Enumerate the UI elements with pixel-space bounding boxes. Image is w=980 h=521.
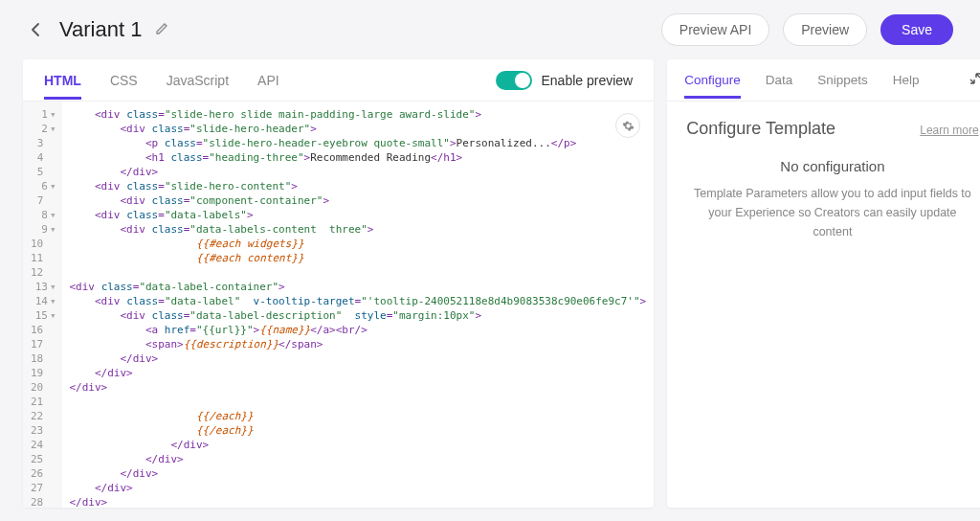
code-line[interactable]: <div class="data-labels"> [70, 208, 647, 222]
code-line[interactable]: <div class="slide-hero-header"> [70, 122, 647, 136]
code-line[interactable]: <div class="component-container"> [70, 193, 647, 208]
tab-snippets[interactable]: Snippets [817, 61, 868, 99]
tab-configure[interactable]: Configure [684, 61, 741, 99]
gutter-line: 25 [31, 452, 56, 466]
tab-css[interactable]: CSS [110, 61, 138, 100]
gutter-line: 16 [31, 323, 56, 337]
code-line[interactable]: {{/each}} [70, 423, 647, 438]
preview-api-button[interactable]: Preview API [661, 13, 769, 46]
code-line[interactable]: </div> [70, 452, 647, 466]
code-line[interactable]: <div class="slide-hero-content"> [70, 179, 647, 193]
gutter-line: 7 [31, 193, 56, 208]
editor-panel: HTML CSS JavaScript API Enable preview 1… [23, 59, 654, 508]
gutter-line: 18 [31, 351, 56, 366]
editor-gutter: 1▾2▾3 4 5 6▾7 8▾9▾10 11 12 13▾14▾15▾16 1… [23, 102, 62, 508]
gutter-line: 2▾ [31, 122, 56, 136]
code-line[interactable]: </div> [70, 438, 647, 452]
gutter-line: 15▾ [31, 308, 56, 323]
gutter-line: 6▾ [31, 179, 56, 193]
code-line[interactable]: {{/each}} [70, 409, 647, 423]
gutter-line: 19 [31, 366, 56, 380]
no-configuration-heading: No configuration [686, 158, 978, 174]
gutter-line: 10 [31, 237, 56, 251]
gutter-line: 3 [31, 136, 56, 150]
code-line[interactable]: {{#each content}} [70, 251, 647, 265]
gutter-line: 22 [31, 409, 56, 423]
tab-api[interactable]: API [257, 61, 279, 100]
code-line[interactable]: <div class="data-label-description" styl… [70, 308, 647, 323]
gutter-line: 8▾ [31, 208, 56, 222]
page-title: Variant 1 [59, 17, 142, 42]
code-line[interactable]: </div> [70, 466, 647, 481]
code-line[interactable]: </div> [70, 366, 647, 380]
gutter-line: 11 [31, 251, 56, 265]
gutter-line: 9▾ [31, 222, 56, 237]
code-line[interactable]: </div> [70, 165, 647, 179]
editor-code-area[interactable]: <div class="slide-hero slide main-paddin… [62, 102, 655, 508]
enable-preview-toggle[interactable]: Enable preview [496, 71, 634, 90]
tab-javascript[interactable]: JavaScript [167, 61, 229, 100]
code-line[interactable]: <h1 class="heading-three">Recommended Re… [70, 150, 647, 165]
right-tabs: Configure Data Snippets Help [667, 59, 980, 102]
edit-title-icon[interactable] [155, 22, 170, 37]
code-line[interactable]: <p class="slide-hero-header-eyebrow quot… [70, 136, 647, 150]
code-editor[interactable]: 1▾2▾3 4 5 6▾7 8▾9▾10 11 12 13▾14▾15▾16 1… [23, 102, 654, 508]
gutter-line: 21 [31, 395, 56, 409]
gutter-line: 17 [31, 337, 56, 351]
configure-panel: Configure Data Snippets Help Configure T… [667, 59, 980, 508]
code-line[interactable]: </div> [70, 495, 647, 508]
back-arrow-icon[interactable] [27, 20, 46, 39]
toggle-label: Enable preview [542, 73, 634, 88]
code-line[interactable]: </div> [70, 351, 647, 366]
code-line[interactable]: <div class="data-label-container"> [70, 280, 647, 294]
code-line[interactable]: {{#each widgets}} [70, 237, 647, 251]
learn-more-link[interactable]: Learn more [920, 124, 978, 137]
editor-tabs: HTML CSS JavaScript API Enable preview [23, 59, 654, 102]
gutter-line: 26 [31, 466, 56, 481]
tab-help[interactable]: Help [893, 61, 920, 99]
tab-html[interactable]: HTML [44, 61, 81, 100]
code-line[interactable]: <div class="slide-hero slide main-paddin… [70, 107, 647, 122]
code-line[interactable]: <span>{{description}}</span> [70, 337, 647, 351]
gutter-line: 13▾ [31, 280, 56, 294]
code-line[interactable]: <a href="{{url}}">{{name}}</a><br/> [70, 323, 647, 337]
gutter-line: 5 [31, 165, 56, 179]
toggle-switch[interactable] [496, 71, 532, 90]
configure-title: Configure Template [686, 119, 835, 139]
gutter-line: 14▾ [31, 294, 56, 308]
gutter-line: 4 [31, 150, 56, 165]
preview-button[interactable]: Preview [783, 13, 867, 46]
gutter-line: 12 [31, 265, 56, 280]
collapse-panel-icon[interactable] [969, 73, 980, 87]
gutter-line: 23 [31, 423, 56, 438]
gutter-line: 20 [31, 380, 56, 395]
code-line[interactable]: <div class="data-labels-content three"> [70, 222, 647, 237]
page-header: Variant 1 Preview API Preview Save [0, 0, 980, 59]
main-split: HTML CSS JavaScript API Enable preview 1… [0, 59, 980, 521]
code-line[interactable]: <div class="data-label" v-tooltip-target… [70, 294, 647, 308]
gutter-line: 24 [31, 438, 56, 452]
gutter-line: 28 [31, 495, 56, 508]
configure-body: Configure Template Learn more No configu… [667, 102, 980, 259]
gutter-line: 1▾ [31, 107, 56, 122]
configuration-description: Template Parameters allow you to add inp… [686, 184, 978, 241]
code-line[interactable]: </div> [70, 481, 647, 495]
code-line[interactable] [70, 395, 647, 409]
save-button[interactable]: Save [880, 14, 953, 45]
code-line[interactable]: </div> [70, 380, 647, 395]
gutter-line: 27 [31, 481, 56, 495]
tab-data[interactable]: Data [766, 61, 793, 99]
code-line[interactable] [70, 265, 647, 280]
